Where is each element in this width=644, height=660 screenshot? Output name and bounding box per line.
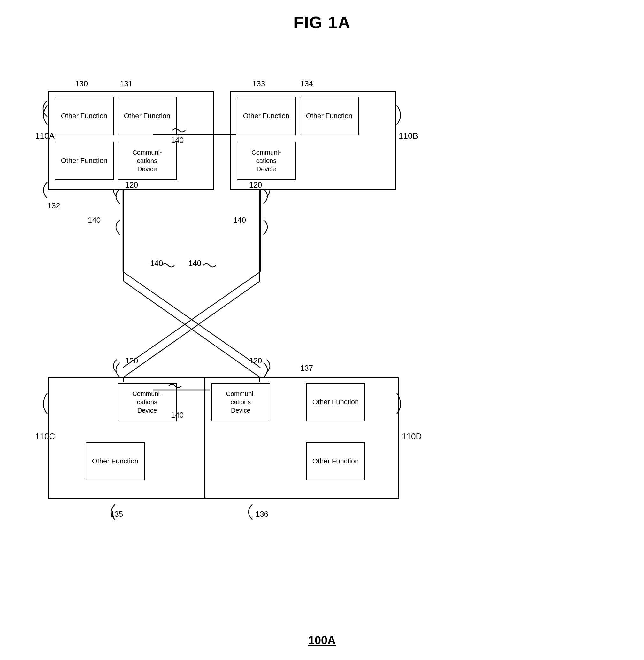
ref-140-bottom: 140 xyxy=(171,411,184,420)
ref-135: 135 xyxy=(110,510,123,519)
device-110B: Other Function Other Function Communi-ca… xyxy=(230,91,396,190)
ref-140-left: 140 xyxy=(88,216,101,225)
other-function-135: Other Function xyxy=(86,442,145,480)
ref-136: 136 xyxy=(256,510,268,519)
other-function-132: Other Function xyxy=(55,141,114,180)
device-110A: Other Function Other Function Other Func… xyxy=(48,91,214,190)
figure-label: 100A xyxy=(308,634,336,647)
ref-131: 131 xyxy=(120,79,133,88)
ref-110A: 110A xyxy=(35,131,55,141)
svg-line-10 xyxy=(124,281,260,377)
device-110D: Communi-cationsDevice Other Function Oth… xyxy=(204,377,399,499)
other-function-130: Other Function xyxy=(55,97,114,135)
comm-device-110C: Communi-cationsDevice xyxy=(118,383,177,421)
ref-137: 137 xyxy=(300,364,313,373)
ref-120-3: 120 xyxy=(125,356,138,365)
other-function-131: Other Function xyxy=(118,97,177,135)
ref-134: 134 xyxy=(300,79,313,88)
ref-120-4: 120 xyxy=(249,356,262,365)
svg-line-9 xyxy=(124,281,260,377)
ref-133: 133 xyxy=(252,79,265,88)
diagram-container: Other Function Other Function Other Func… xyxy=(26,42,618,628)
other-function-136b: Other Function xyxy=(306,442,365,480)
ref-140-right: 140 xyxy=(233,216,246,225)
ref-132: 132 xyxy=(47,201,60,210)
ref-140-cross2: 140 xyxy=(150,259,163,268)
comm-device-110D: Communi-cationsDevice xyxy=(211,383,270,421)
ref-110D: 110D xyxy=(402,432,422,441)
svg-line-3 xyxy=(123,272,260,368)
ref-110C: 110C xyxy=(35,432,55,441)
other-function-133: Other Function xyxy=(237,97,296,135)
ref-130: 130 xyxy=(75,79,88,88)
ref-140-top: 140 xyxy=(171,136,184,145)
other-function-137: Other Function xyxy=(306,383,365,421)
device-110C: Communi-cationsDevice Other Function xyxy=(48,377,214,499)
comm-device-110B: Communi-cationsDevice xyxy=(237,141,296,180)
page-title: FIG 1A xyxy=(0,0,644,32)
other-function-134: Other Function xyxy=(300,97,359,135)
ref-110B: 110B xyxy=(399,131,418,141)
ref-120-2: 120 xyxy=(249,181,262,190)
comm-device-110A: Communi-cationsDevice xyxy=(118,141,177,180)
ref-140-cross1: 140 xyxy=(188,259,201,268)
ref-120-1: 120 xyxy=(125,181,138,190)
svg-line-4 xyxy=(123,272,260,368)
